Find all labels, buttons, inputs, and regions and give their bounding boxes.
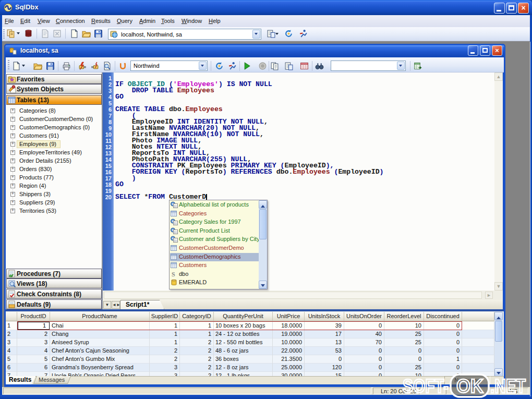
svg-text:S: S: [172, 271, 175, 277]
svg-text:OK: OK: [456, 376, 483, 397]
svg-text:SOFT-: SOFT-: [403, 376, 449, 397]
svg-text:.NET: .NET: [490, 376, 526, 397]
